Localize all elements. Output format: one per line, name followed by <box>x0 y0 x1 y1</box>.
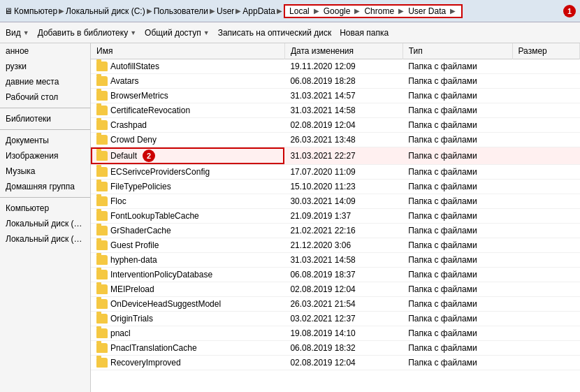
file-name-cell: OnDeviceHeadSuggestModel <box>91 297 284 312</box>
sidebar-item-1[interactable]: анное <box>0 43 90 59</box>
table-row[interactable]: Guest Profile21.12.2020 3:06Папка с файл… <box>91 238 580 253</box>
file-type-cell: Папка с файлами <box>403 341 512 356</box>
table-row[interactable]: OriginTrials03.02.2021 12:37Папка с файл… <box>91 312 580 326</box>
folder-icon <box>96 135 108 145</box>
table-row[interactable]: InterventionPolicyDatabase06.08.2019 18:… <box>91 268 580 282</box>
table-row[interactable]: hyphen-data31.03.2021 14:58Папка с файла… <box>91 253 580 268</box>
sidebar-item-2[interactable]: рузки <box>0 59 90 74</box>
share-button[interactable]: Общий доступ ▼ <box>145 28 210 38</box>
file-size-cell <box>512 194 580 209</box>
table-row[interactable]: RecoveryImproved02.08.2019 12:04Папка с … <box>91 356 580 370</box>
file-type-cell: Папка с файлами <box>403 59 512 74</box>
file-type-cell: Папка с файлами <box>403 180 512 194</box>
file-name-cell: Avatars <box>91 74 284 89</box>
table-row[interactable]: ECSerivceProvidersConfig17.07.2020 11:09… <box>91 165 580 180</box>
file-type-cell: Папка с файлами <box>403 165 512 180</box>
sidebar-item-5[interactable]: Библиотеки <box>0 111 90 126</box>
table-header: Имя Дата изменения Тип Размер <box>91 43 580 59</box>
new-folder-button[interactable]: Новая папка <box>340 28 389 38</box>
sidebar-item-12[interactable]: Локальный диск (D:) <box>0 231 90 247</box>
file-date-cell: 21.09.2019 1:37 <box>284 209 403 224</box>
file-date-cell: 03.02.2021 12:37 <box>284 312 403 326</box>
folder-icon <box>96 120 108 130</box>
table-row[interactable]: Default231.03.2021 22:27Папка с файлами <box>91 147 580 165</box>
file-name-inner: Floc <box>96 196 279 206</box>
file-date-cell: 06.08.2019 18:37 <box>284 268 403 282</box>
view-button[interactable]: Вид ▼ <box>6 28 29 38</box>
file-name-cell: BrowserMetrics <box>91 89 284 103</box>
file-name-cell: Crowd Deny <box>91 133 284 147</box>
breadcrumb-google: Google <box>324 6 351 16</box>
badge-2: 2 <box>143 150 155 162</box>
file-name-text: OnDeviceHeadSuggestModel <box>110 299 221 309</box>
toolbar: Вид ▼ Добавить в библиотеку ▼ Общий дост… <box>0 22 580 43</box>
burn-button[interactable]: Записать на оптический диск <box>218 28 332 38</box>
file-type-cell: Папка с файлами <box>403 74 512 89</box>
table-row[interactable]: MEIPreload02.08.2019 12:04Папка с файлам… <box>91 282 580 297</box>
table-row[interactable]: OnDeviceHeadSuggestModel26.03.2021 21:54… <box>91 297 580 312</box>
address-bar: 🖥 Компьютер ▶ Локальный диск (C:) ▶ Поль… <box>0 0 580 22</box>
folder-icon <box>96 76 108 86</box>
file-date-cell: 31.03.2021 14:58 <box>284 253 403 268</box>
add-library-arrow: ▼ <box>130 29 136 36</box>
file-size-cell <box>512 133 580 147</box>
table-row[interactable]: FontLookupTableCache21.09.2019 1:37Папка… <box>91 209 580 224</box>
file-date-cell: 02.08.2019 12:04 <box>284 118 403 133</box>
file-size-cell <box>512 282 580 297</box>
sidebar-item-4[interactable]: Рабочий стол <box>0 89 90 105</box>
table-row[interactable]: Floc30.03.2021 14:09Папка с файлами <box>91 194 580 209</box>
table-row[interactable]: Crowd Deny26.03.2021 13:48Папка с файлам… <box>91 133 580 147</box>
table-row[interactable]: FileTypePolicies15.10.2020 11:23Папка с … <box>91 180 580 194</box>
arrow-6: ▶ <box>314 7 319 15</box>
file-date-cell: 26.03.2021 21:54 <box>284 297 403 312</box>
file-name-text: Floc <box>110 196 126 206</box>
sidebar-item-8[interactable]: Музыка <box>0 164 90 179</box>
file-name-inner: Guest Profile <box>96 240 279 250</box>
sidebar-item-11[interactable]: Локальный диск (C:) <box>0 216 90 231</box>
table-row[interactable]: CertificateRevocation31.03.2021 14:58Пап… <box>91 103 580 118</box>
col-header-size[interactable]: Размер <box>512 43 580 59</box>
file-table: Имя Дата изменения Тип Размер AutofillSt… <box>91 43 580 370</box>
file-size-cell <box>512 312 580 326</box>
file-date-cell: 31.03.2021 22:27 <box>284 147 403 165</box>
col-header-date[interactable]: Дата изменения <box>284 43 403 59</box>
sidebar-item-9[interactable]: Домашняя группа <box>0 179 90 194</box>
sidebar-divider-3 <box>0 197 90 198</box>
table-row[interactable]: BrowserMetrics31.03.2021 14:57Папка с фа… <box>91 89 580 103</box>
file-name-cell: MEIPreload <box>91 282 284 297</box>
file-date-cell: 06.08.2019 18:28 <box>284 74 403 89</box>
table-row[interactable]: Crashpad02.08.2019 12:04Папка с файлами <box>91 118 580 133</box>
sidebar-item-7[interactable]: Изображения <box>0 148 90 164</box>
file-type-cell: Папка с файлами <box>403 312 512 326</box>
table-row[interactable]: AutofillStates19.11.2020 12:09Папка с фа… <box>91 59 580 74</box>
sidebar-item-3[interactable]: давние места <box>0 74 90 89</box>
add-library-button[interactable]: Добавить в библиотеку ▼ <box>38 28 136 38</box>
file-name-text: OriginTrials <box>110 314 153 324</box>
folder-icon <box>96 284 108 294</box>
col-header-type[interactable]: Тип <box>403 43 512 59</box>
file-size-cell <box>512 224 580 238</box>
file-name-inner: Crashpad <box>96 120 279 130</box>
file-type-cell: Папка с файлами <box>403 238 512 253</box>
table-row[interactable]: PnaclTranslationCache06.08.2019 18:32Пап… <box>91 341 580 356</box>
file-type-cell: Папка с файлами <box>403 194 512 209</box>
file-type-cell: Папка с файлами <box>403 253 512 268</box>
file-type-cell: Папка с файлами <box>403 147 512 165</box>
file-area: Имя Дата изменения Тип Размер AutofillSt… <box>91 43 580 392</box>
folder-icon <box>96 182 108 191</box>
file-name-text: CertificateRevocation <box>110 106 190 115</box>
file-date-cell: 30.03.2021 14:09 <box>284 194 403 209</box>
table-row[interactable]: pnacl19.08.2019 14:10Папка с файлами <box>91 326 580 341</box>
table-row[interactable]: Avatars06.08.2019 18:28Папка с файлами <box>91 74 580 89</box>
col-header-name[interactable]: Имя <box>91 43 284 59</box>
file-date-cell: 26.03.2021 13:48 <box>284 133 403 147</box>
file-name-cell: OriginTrials <box>91 312 284 326</box>
sidebar-item-10[interactable]: Компьютер <box>0 201 90 216</box>
file-date-cell: 02.08.2019 12:04 <box>284 356 403 370</box>
file-name-cell: ECSerivceProvidersConfig <box>91 165 284 180</box>
file-date-cell: 02.08.2019 12:04 <box>284 282 403 297</box>
file-date-cell: 31.03.2021 14:57 <box>284 89 403 103</box>
file-name-text: FileTypePolicies <box>110 182 171 191</box>
table-row[interactable]: GrShaderCache21.02.2021 22:16Папка с фай… <box>91 224 580 238</box>
sidebar-item-6[interactable]: Документы <box>0 133 90 148</box>
